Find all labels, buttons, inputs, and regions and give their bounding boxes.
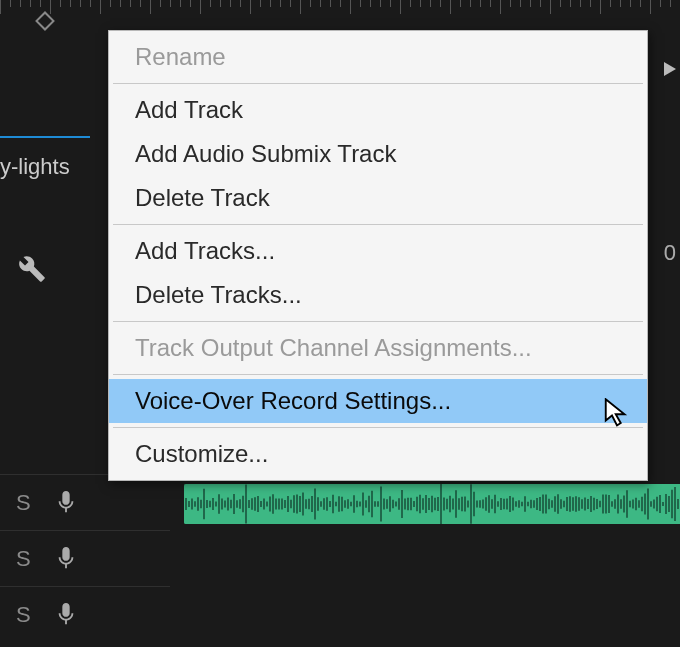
menu-item-add-audio-submix-track[interactable]: Add Audio Submix Track — [109, 132, 647, 176]
menu-separator — [113, 427, 643, 428]
microphone-icon[interactable] — [55, 546, 77, 572]
menu-item-add-tracks[interactable]: Add Tracks... — [109, 229, 647, 273]
timeline-ruler[interactable] — [0, 0, 680, 30]
solo-button[interactable]: S — [16, 490, 31, 516]
wrench-icon[interactable] — [18, 255, 46, 287]
microphone-icon[interactable] — [55, 602, 77, 628]
menu-item-delete-track[interactable]: Delete Track — [109, 176, 647, 220]
menu-separator — [113, 374, 643, 375]
audio-track-headers: S S S — [0, 474, 170, 642]
menu-separator — [113, 83, 643, 84]
menu-item-delete-tracks[interactable]: Delete Tracks... — [109, 273, 647, 317]
timecode-fragment: 0 — [664, 240, 676, 266]
solo-button[interactable]: S — [16, 602, 31, 628]
menu-item-rename: Rename — [109, 35, 647, 79]
menu-item-voice-over-record-settings[interactable]: Voice-Over Record Settings... — [109, 379, 647, 423]
track-divider — [0, 136, 90, 138]
track-row[interactable]: S — [0, 586, 170, 642]
track-context-menu: RenameAdd TrackAdd Audio Submix TrackDel… — [108, 30, 648, 481]
play-icon — [664, 62, 676, 76]
ruler-ticks — [0, 0, 680, 20]
track-row[interactable]: S — [0, 530, 170, 586]
menu-item-track-output-channel-assignments: Track Output Channel Assignments... — [109, 326, 647, 370]
audio-clip[interactable]: fx — [184, 484, 680, 524]
menu-separator — [113, 224, 643, 225]
microphone-icon[interactable] — [55, 490, 77, 516]
menu-item-add-track[interactable]: Add Track — [109, 88, 647, 132]
waveform-icon — [184, 484, 680, 524]
solo-button[interactable]: S — [16, 546, 31, 572]
menu-item-customize[interactable]: Customize... — [109, 432, 647, 476]
menu-separator — [113, 321, 643, 322]
clip-name-fragment: y-lights — [0, 150, 70, 184]
track-row[interactable]: S — [0, 474, 170, 530]
